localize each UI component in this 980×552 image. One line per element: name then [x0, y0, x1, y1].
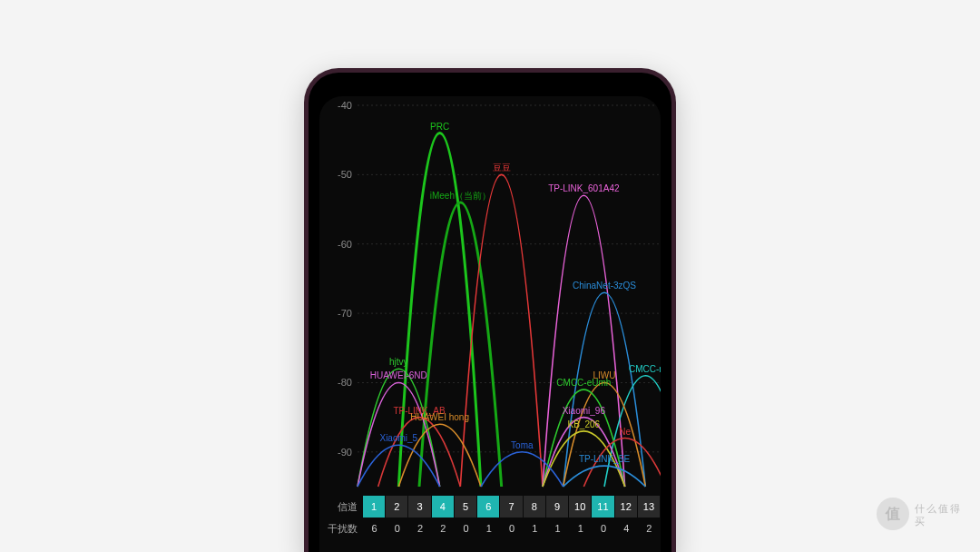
interference-row: 干扰数 6022010111042	[319, 518, 661, 539]
channel-cell[interactable]: 8	[524, 496, 545, 518]
svg-text:-40: -40	[338, 100, 352, 111]
interference-cell: 2	[408, 518, 431, 539]
svg-text:ChinaNet-3zQS: ChinaNet-3zQS	[573, 281, 636, 291]
interference-cell: 1	[477, 518, 500, 539]
channel-cell[interactable]: 2	[386, 496, 407, 518]
channel-cell[interactable]: 9	[546, 496, 568, 518]
watermark-text: 什么值得买	[915, 498, 964, 527]
interference-row-label: 干扰数	[319, 522, 363, 536]
svg-text:HUAWEI hong: HUAWEI hong	[410, 412, 469, 422]
screen: -40-50-60-70-80-90PRCiMeeh（当前）豆豆TP-LINK_…	[319, 96, 661, 552]
svg-text:CMCC-r: CMCC-r	[629, 364, 661, 374]
svg-text:PRC: PRC	[430, 122, 449, 132]
channel-cell[interactable]: 4	[432, 496, 454, 518]
svg-text:Xiaomi_5: Xiaomi_5	[379, 433, 417, 443]
svg-text:-50: -50	[338, 169, 352, 180]
svg-text:-90: -90	[338, 447, 352, 458]
interference-cell: 1	[569, 518, 592, 539]
svg-text:TP-LINK_5E: TP-LINK_5E	[579, 454, 630, 464]
wifi-channel-chart: -40-50-60-70-80-90PRCiMeeh（当前）豆豆TP-LINK_…	[319, 96, 661, 496]
channel-cell[interactable]: 7	[500, 496, 522, 518]
channel-cell[interactable]: 3	[408, 496, 430, 518]
channel-cell[interactable]: 11	[592, 496, 613, 518]
channel-cell[interactable]: 10	[569, 496, 591, 518]
channel-cell[interactable]: 1	[363, 496, 385, 518]
channel-cell[interactable]: 6	[477, 496, 499, 518]
channel-cell[interactable]: 12	[615, 496, 637, 518]
interference-cell: 0	[500, 518, 523, 539]
svg-text:HUAWEI-6ND: HUAWEI-6ND	[370, 370, 427, 380]
interference-cell: 1	[524, 518, 546, 539]
interference-cell: 2	[638, 518, 661, 539]
phone-bezel: -40-50-60-70-80-90PRCiMeeh（当前）豆豆TP-LINK_…	[309, 73, 671, 552]
svg-text:-70: -70	[338, 308, 352, 319]
svg-text:Xiaomi_96: Xiaomi_96	[563, 406, 606, 416]
svg-text:KB_206: KB_206	[568, 419, 601, 429]
svg-text:hjtvy: hjtvy	[389, 357, 408, 367]
svg-text:CMCC-eUmh: CMCC-eUmh	[556, 378, 611, 388]
interference-cell: 0	[386, 518, 408, 539]
interference-cell: 4	[615, 518, 638, 539]
svg-text:iMeeh（当前）: iMeeh（当前）	[430, 191, 491, 201]
svg-text:TP-LINK_601A42: TP-LINK_601A42	[548, 183, 620, 193]
phone-frame: -40-50-60-70-80-90PRCiMeeh（当前）豆豆TP-LINK_…	[304, 68, 676, 552]
interference-cell: 6	[363, 518, 386, 539]
svg-text:Toma: Toma	[511, 440, 534, 450]
channel-row-label: 信道	[319, 500, 363, 514]
watermark-logo-icon: 值	[877, 498, 909, 530]
watermark: 值 什么值得买	[877, 498, 964, 536]
svg-text:豆豆: 豆豆	[493, 163, 511, 172]
svg-text:-80: -80	[338, 377, 352, 388]
channel-cell[interactable]: 5	[455, 496, 476, 518]
svg-text:-60: -60	[338, 239, 352, 250]
interference-cell: 2	[432, 518, 455, 539]
channel-row: 信道 12345678910111213	[319, 496, 661, 518]
channel-cell[interactable]: 13	[638, 496, 660, 518]
svg-text:Ne: Ne	[619, 427, 631, 437]
interference-cell: 1	[546, 518, 569, 539]
interference-cell: 0	[455, 518, 477, 539]
interference-cell: 0	[592, 518, 614, 539]
